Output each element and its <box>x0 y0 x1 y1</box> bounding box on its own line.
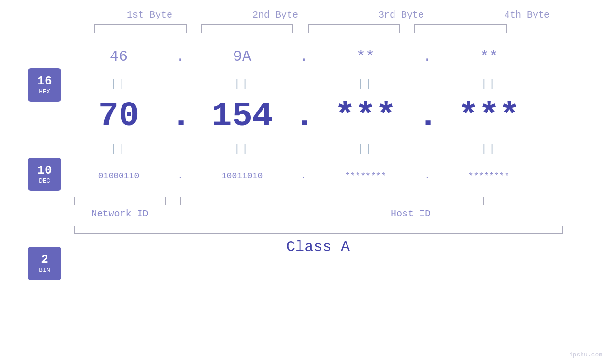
bracket-top-4 <box>414 24 507 33</box>
col-header-1: 1st Byte <box>97 9 202 20</box>
rows-container: 46 . 9A . ** . ** || || || || 70 <box>66 37 610 256</box>
badge-dec-label: DEC <box>39 177 50 185</box>
badge-bin-num: 2 <box>41 253 48 267</box>
equals-row-2: || || || || <box>66 140 610 157</box>
bin-b4: ******** <box>437 171 541 181</box>
hex-b4: ** <box>437 48 541 65</box>
badge-hex: 16 HEX <box>28 68 61 102</box>
bracket-top-1 <box>94 24 187 33</box>
dec-b2: 154 <box>190 99 294 133</box>
content-area: 16 HEX 10 DEC 2 BIN 46 . 9A . ** . ** <box>0 37 610 280</box>
badge-hex-num: 16 <box>37 75 52 88</box>
hex-b2: 9A <box>190 48 294 65</box>
eq-1-b1: || <box>66 78 171 90</box>
col-header-4: 4th Byte <box>475 9 579 20</box>
bin-dot-3: . <box>418 171 437 181</box>
badges-column: 16 HEX 10 DEC 2 BIN <box>0 37 66 280</box>
bracket-top-2 <box>201 24 293 33</box>
eq-2-b3: || <box>313 143 418 155</box>
eq-2-b2: || <box>190 143 294 155</box>
hex-dot-1: . <box>171 48 190 65</box>
badge-bin: 2 BIN <box>28 247 61 280</box>
dec-dot-3: . <box>418 97 437 136</box>
watermark: ipshu.com <box>569 351 602 358</box>
eq-1-b4: || <box>437 78 541 90</box>
class-bracket <box>74 226 563 234</box>
hex-row: 46 . 9A . ** . ** <box>66 37 610 75</box>
top-brackets-row <box>87 24 590 33</box>
badge-dec-num: 10 <box>37 164 52 177</box>
hex-b1: 46 <box>66 48 171 65</box>
dec-row: 70 . 154 . *** . *** <box>66 93 610 140</box>
hex-dot-2: . <box>294 48 313 65</box>
bracket-top-3 <box>308 24 400 33</box>
dec-b4: *** <box>437 99 541 133</box>
network-id-label: Network ID <box>66 208 173 219</box>
badge-bin-label: BIN <box>39 267 50 274</box>
bin-dot-2: . <box>294 171 313 181</box>
bin-b1: 01000110 <box>66 171 171 181</box>
column-headers: 1st Byte 2nd Byte 3rd Byte 4th Byte <box>87 9 590 20</box>
hex-dot-3: . <box>418 48 437 65</box>
main-container: 1st Byte 2nd Byte 3rd Byte 4th Byte 16 H… <box>0 0 610 364</box>
class-section: Class A <box>66 226 570 256</box>
dec-b3: *** <box>313 99 418 133</box>
class-label: Class A <box>66 238 570 256</box>
bottom-brackets-row <box>66 197 570 205</box>
labels-row: Network ID Host ID <box>66 208 570 219</box>
dec-dot-1: . <box>171 97 190 136</box>
dec-b1: 70 <box>66 99 171 133</box>
eq-1-b3: || <box>313 78 418 90</box>
host-id-label: Host ID <box>252 208 570 219</box>
hex-b3: ** <box>313 48 418 65</box>
bracket-bottom-host <box>180 197 484 205</box>
eq-2-b4: || <box>437 143 541 155</box>
equals-row-1: || || || || <box>66 75 610 93</box>
bin-b2: 10011010 <box>190 171 294 181</box>
bracket-bottom-network <box>74 197 166 205</box>
eq-2-b1: || <box>66 143 171 155</box>
badge-dec: 10 DEC <box>28 158 61 191</box>
bin-b3: ******** <box>313 171 418 181</box>
col-header-2: 2nd Byte <box>223 9 328 20</box>
badge-hex-label: HEX <box>39 88 50 95</box>
bin-dot-1: . <box>171 171 190 181</box>
bin-row: 01000110 . 10011010 . ******** . *******… <box>66 157 610 195</box>
col-header-3: 3rd Byte <box>349 9 453 20</box>
dec-dot-2: . <box>294 97 313 136</box>
eq-1-b2: || <box>190 78 294 90</box>
